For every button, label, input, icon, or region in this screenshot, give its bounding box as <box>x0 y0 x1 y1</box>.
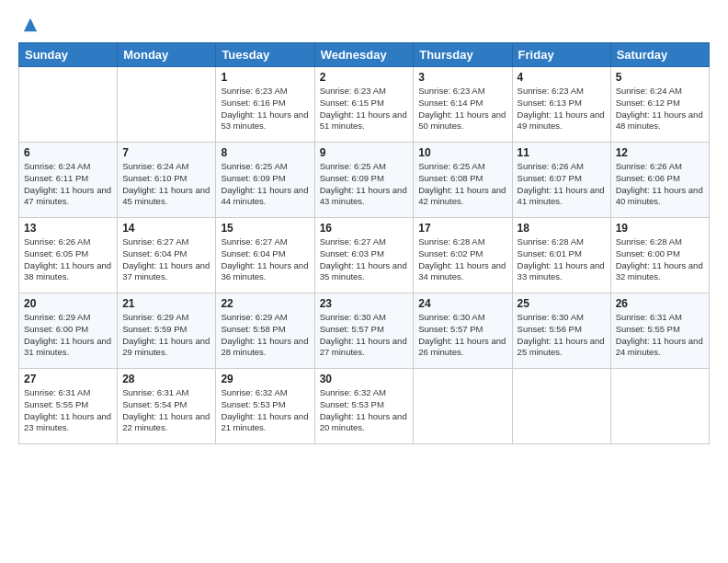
day-info: Sunrise: 6:31 AM Sunset: 5:54 PM Dayligh… <box>122 387 210 434</box>
calendar-week-row: 27Sunrise: 6:31 AM Sunset: 5:55 PM Dayli… <box>19 369 710 444</box>
calendar-cell <box>414 369 512 444</box>
calendar-cell: 12Sunrise: 6:26 AM Sunset: 6:06 PM Dayli… <box>610 143 709 218</box>
day-number: 13 <box>24 222 112 235</box>
day-info: Sunrise: 6:27 AM Sunset: 6:04 PM Dayligh… <box>122 236 210 283</box>
calendar-cell: 22Sunrise: 6:29 AM Sunset: 5:58 PM Dayli… <box>216 293 314 369</box>
day-number: 19 <box>616 222 704 235</box>
day-number: 18 <box>518 222 606 235</box>
day-number: 29 <box>221 373 309 385</box>
day-number: 4 <box>518 71 606 84</box>
calendar-cell: 21Sunrise: 6:29 AM Sunset: 5:59 PM Dayli… <box>118 293 216 369</box>
calendar-cell: 18Sunrise: 6:28 AM Sunset: 6:01 PM Dayli… <box>512 218 610 293</box>
day-info: Sunrise: 6:24 AM Sunset: 6:12 PM Dayligh… <box>616 86 704 132</box>
day-number: 30 <box>320 373 409 385</box>
day-number: 6 <box>24 146 112 159</box>
day-number: 11 <box>518 146 606 159</box>
day-info: Sunrise: 6:26 AM Sunset: 6:07 PM Dayligh… <box>518 161 606 208</box>
calendar-cell: 19Sunrise: 6:28 AM Sunset: 6:00 PM Dayli… <box>610 218 709 293</box>
day-info: Sunrise: 6:26 AM Sunset: 6:05 PM Dayligh… <box>24 236 112 283</box>
calendar-cell: 17Sunrise: 6:28 AM Sunset: 6:02 PM Dayli… <box>414 218 512 293</box>
day-number: 5 <box>616 71 704 84</box>
calendar-week-row: 6Sunrise: 6:24 AM Sunset: 6:11 PM Daylig… <box>19 143 710 218</box>
calendar-cell: 5Sunrise: 6:24 AM Sunset: 6:12 PM Daylig… <box>610 67 709 143</box>
day-number: 3 <box>418 71 506 84</box>
calendar-cell: 23Sunrise: 6:30 AM Sunset: 5:57 PM Dayli… <box>314 293 414 369</box>
calendar-table: SundayMondayTuesdayWednesdayThursdayFrid… <box>18 42 710 444</box>
calendar-cell: 26Sunrise: 6:31 AM Sunset: 5:55 PM Dayli… <box>610 293 709 369</box>
calendar-cell: 30Sunrise: 6:32 AM Sunset: 5:53 PM Dayli… <box>314 369 414 444</box>
calendar-cell: 10Sunrise: 6:25 AM Sunset: 6:08 PM Dayli… <box>414 143 512 218</box>
calendar-day-header: Thursday <box>414 43 512 67</box>
day-number: 23 <box>320 297 409 310</box>
calendar-cell: 20Sunrise: 6:29 AM Sunset: 6:00 PM Dayli… <box>19 293 118 369</box>
day-number: 28 <box>122 373 210 385</box>
day-info: Sunrise: 6:24 AM Sunset: 6:11 PM Dayligh… <box>24 161 112 208</box>
calendar-cell: 9Sunrise: 6:25 AM Sunset: 6:09 PM Daylig… <box>314 143 414 218</box>
day-info: Sunrise: 6:32 AM Sunset: 5:53 PM Dayligh… <box>320 387 409 434</box>
calendar-cell <box>118 67 216 143</box>
calendar-cell: 16Sunrise: 6:27 AM Sunset: 6:03 PM Dayli… <box>314 218 414 293</box>
calendar-cell <box>610 369 709 444</box>
calendar-week-row: 20Sunrise: 6:29 AM Sunset: 6:00 PM Dayli… <box>19 293 710 369</box>
day-info: Sunrise: 6:32 AM Sunset: 5:53 PM Dayligh… <box>221 387 309 434</box>
calendar-cell: 1Sunrise: 6:23 AM Sunset: 6:16 PM Daylig… <box>216 67 314 143</box>
calendar-cell: 25Sunrise: 6:30 AM Sunset: 5:56 PM Dayli… <box>512 293 610 369</box>
day-number: 9 <box>320 146 409 159</box>
calendar-day-header: Wednesday <box>314 43 414 67</box>
day-number: 1 <box>221 71 309 84</box>
day-number: 10 <box>418 146 506 159</box>
day-info: Sunrise: 6:28 AM Sunset: 6:00 PM Dayligh… <box>616 236 704 283</box>
calendar-cell <box>19 67 118 143</box>
day-number: 20 <box>24 297 112 310</box>
day-number: 15 <box>221 222 309 235</box>
day-number: 24 <box>418 297 506 310</box>
calendar-cell: 15Sunrise: 6:27 AM Sunset: 6:04 PM Dayli… <box>216 218 314 293</box>
day-number: 25 <box>518 297 606 310</box>
calendar-day-header: Monday <box>118 43 216 67</box>
day-info: Sunrise: 6:31 AM Sunset: 5:55 PM Dayligh… <box>24 387 112 434</box>
day-number: 26 <box>616 297 704 310</box>
calendar-day-header: Friday <box>512 43 610 67</box>
calendar-cell: 3Sunrise: 6:23 AM Sunset: 6:14 PM Daylig… <box>414 67 512 143</box>
calendar-cell: 13Sunrise: 6:26 AM Sunset: 6:05 PM Dayli… <box>19 218 118 293</box>
calendar-cell: 11Sunrise: 6:26 AM Sunset: 6:07 PM Dayli… <box>512 143 610 218</box>
day-number: 22 <box>221 297 309 310</box>
day-number: 14 <box>122 222 210 235</box>
day-info: Sunrise: 6:29 AM Sunset: 6:00 PM Dayligh… <box>24 312 112 359</box>
day-info: Sunrise: 6:28 AM Sunset: 6:02 PM Dayligh… <box>418 236 506 283</box>
calendar-cell: 24Sunrise: 6:30 AM Sunset: 5:57 PM Dayli… <box>414 293 512 369</box>
day-number: 8 <box>221 146 309 159</box>
day-info: Sunrise: 6:25 AM Sunset: 6:08 PM Dayligh… <box>418 161 506 208</box>
day-info: Sunrise: 6:30 AM Sunset: 5:56 PM Dayligh… <box>518 312 606 359</box>
calendar-cell: 28Sunrise: 6:31 AM Sunset: 5:54 PM Dayli… <box>118 369 216 444</box>
calendar-day-header: Sunday <box>19 43 118 67</box>
calendar-header-row: SundayMondayTuesdayWednesdayThursdayFrid… <box>19 43 710 67</box>
calendar-cell <box>512 369 610 444</box>
day-info: Sunrise: 6:29 AM Sunset: 5:59 PM Dayligh… <box>122 312 210 359</box>
day-number: 27 <box>24 373 112 385</box>
day-info: Sunrise: 6:25 AM Sunset: 6:09 PM Dayligh… <box>320 161 409 208</box>
day-info: Sunrise: 6:30 AM Sunset: 5:57 PM Dayligh… <box>320 312 409 359</box>
day-info: Sunrise: 6:26 AM Sunset: 6:06 PM Dayligh… <box>616 161 704 208</box>
calendar-cell: 2Sunrise: 6:23 AM Sunset: 6:15 PM Daylig… <box>314 67 414 143</box>
day-info: Sunrise: 6:27 AM Sunset: 6:03 PM Dayligh… <box>320 236 409 283</box>
calendar-cell: 4Sunrise: 6:23 AM Sunset: 6:13 PM Daylig… <box>512 67 610 143</box>
day-info: Sunrise: 6:23 AM Sunset: 6:15 PM Dayligh… <box>320 86 409 132</box>
day-info: Sunrise: 6:23 AM Sunset: 6:14 PM Dayligh… <box>418 86 506 132</box>
calendar-day-header: Saturday <box>610 43 709 67</box>
day-info: Sunrise: 6:25 AM Sunset: 6:09 PM Dayligh… <box>221 161 309 208</box>
day-info: Sunrise: 6:30 AM Sunset: 5:57 PM Dayligh… <box>418 312 506 359</box>
day-info: Sunrise: 6:23 AM Sunset: 6:13 PM Dayligh… <box>518 86 606 132</box>
day-number: 21 <box>122 297 210 310</box>
calendar-cell: 6Sunrise: 6:24 AM Sunset: 6:11 PM Daylig… <box>19 143 118 218</box>
day-number: 2 <box>320 71 409 84</box>
calendar-cell: 8Sunrise: 6:25 AM Sunset: 6:09 PM Daylig… <box>216 143 314 218</box>
day-number: 12 <box>616 146 704 159</box>
day-info: Sunrise: 6:28 AM Sunset: 6:01 PM Dayligh… <box>518 236 606 283</box>
logo <box>18 17 39 33</box>
page: SundayMondayTuesdayWednesdayThursdayFrid… <box>0 0 728 563</box>
calendar-cell: 7Sunrise: 6:24 AM Sunset: 6:10 PM Daylig… <box>118 143 216 218</box>
day-number: 16 <box>320 222 409 235</box>
calendar-day-header: Tuesday <box>216 43 314 67</box>
calendar-cell: 29Sunrise: 6:32 AM Sunset: 5:53 PM Dayli… <box>216 369 314 444</box>
